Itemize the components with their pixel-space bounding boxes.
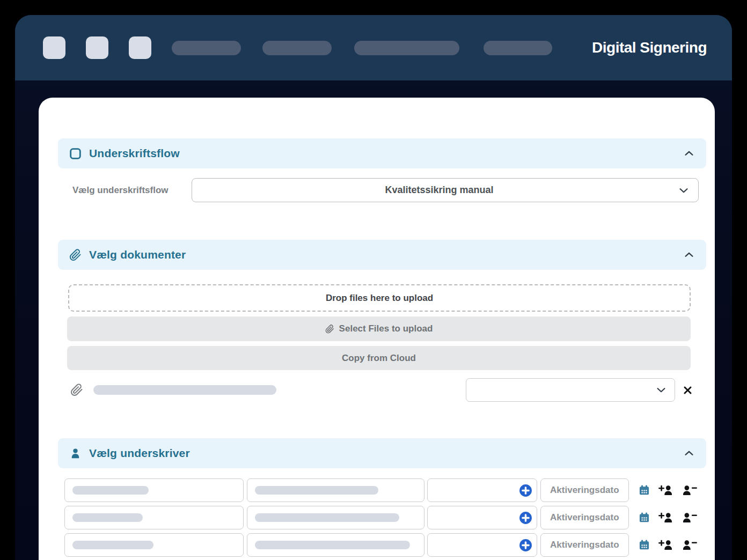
- signer-row: Aktiveringsdato: [64, 506, 698, 529]
- nav-placeholder-square: [43, 36, 65, 59]
- paperclip-icon: [69, 249, 82, 261]
- section-header-flow: Underskriftsflow: [58, 138, 706, 168]
- chevron-up-icon[interactable]: [683, 249, 695, 261]
- signer-name-input[interactable]: [64, 478, 244, 502]
- signer-row: Aktiveringsdato: [64, 478, 698, 502]
- uploaded-file-row: [70, 378, 693, 402]
- signer-role-input[interactable]: [427, 533, 537, 557]
- add-person-icon[interactable]: [658, 511, 674, 524]
- activation-date-button[interactable]: Aktiveringsdato: [540, 478, 629, 502]
- flow-dropdown[interactable]: Kvalitetssikring manual: [192, 178, 699, 202]
- select-files-button[interactable]: Select Files to upload: [67, 316, 691, 341]
- calendar-icon[interactable]: [639, 512, 650, 524]
- input-placeholder: [72, 513, 143, 522]
- browser-frame: Digital Signering Underskriftsflow Vælg …: [15, 15, 732, 560]
- select-files-label: Select Files to upload: [339, 323, 433, 334]
- section-header-documents: Vælg dokumenter: [58, 240, 706, 270]
- input-placeholder: [72, 541, 153, 549]
- nav-placeholder-pill: [262, 41, 332, 55]
- copy-from-cloud-button[interactable]: Copy from Cloud: [67, 346, 691, 370]
- paperclip-icon: [70, 384, 83, 396]
- copy-cloud-label: Copy from Cloud: [342, 353, 416, 364]
- remove-file-icon[interactable]: [683, 385, 693, 395]
- section-title-documents: Vælg dokumenter: [89, 248, 186, 261]
- calendar-icon[interactable]: [639, 539, 650, 551]
- person-icon: [69, 447, 82, 460]
- dropzone-text: Drop files here to upload: [326, 293, 433, 304]
- signer-role-input[interactable]: [427, 478, 537, 502]
- nav-placeholder-pill: [484, 41, 552, 55]
- remove-person-icon[interactable]: [682, 484, 698, 497]
- signer-role-input[interactable]: [427, 506, 537, 529]
- input-placeholder: [255, 541, 410, 549]
- nav-placeholder-square: [86, 36, 108, 59]
- section-title-flow: Underskriftsflow: [89, 147, 180, 160]
- main-card: Underskriftsflow Vælg underskriftsflow K…: [39, 98, 715, 560]
- section-title-signers: Vælg underskriver: [89, 447, 190, 460]
- add-person-icon[interactable]: [658, 484, 674, 497]
- checkbox-outline-icon: [69, 148, 82, 160]
- chevron-down-icon: [678, 185, 690, 196]
- nav-placeholder-pill: [172, 41, 241, 55]
- activation-date-button[interactable]: Aktiveringsdato: [540, 506, 629, 529]
- calendar-icon[interactable]: [639, 484, 650, 496]
- signer-email-input[interactable]: [247, 478, 425, 502]
- chevron-down-icon: [655, 384, 667, 396]
- section-header-signers: Vælg underskriver: [58, 438, 706, 468]
- app-title: Digital Signering: [592, 39, 707, 56]
- chevron-up-icon[interactable]: [683, 148, 695, 159]
- activation-date-button[interactable]: Aktiveringsdato: [540, 533, 629, 557]
- signer-row: Aktiveringsdato: [64, 533, 698, 557]
- nav-placeholder-square: [129, 36, 151, 59]
- file-dropzone[interactable]: Drop files here to upload: [68, 284, 691, 312]
- remove-person-icon[interactable]: [682, 539, 698, 551]
- signer-name-input[interactable]: [64, 506, 244, 529]
- flow-dropdown-value: Kvalitetssikring manual: [201, 185, 678, 196]
- browser-header: Digital Signering: [15, 15, 732, 80]
- paperclip-icon: [325, 325, 334, 334]
- input-placeholder: [255, 486, 378, 495]
- file-type-dropdown[interactable]: [466, 378, 675, 402]
- signer-email-input[interactable]: [247, 506, 425, 529]
- add-person-icon[interactable]: [658, 539, 674, 551]
- plus-circle-icon[interactable]: [519, 511, 532, 525]
- chevron-up-icon[interactable]: [683, 447, 695, 459]
- signer-name-input[interactable]: [64, 533, 244, 557]
- file-name-placeholder: [93, 385, 276, 395]
- plus-circle-icon[interactable]: [519, 539, 532, 552]
- input-placeholder: [72, 486, 149, 495]
- input-placeholder: [255, 513, 399, 522]
- flow-select-row: Vælg underskriftsflow Kvalitetssikring m…: [72, 178, 699, 202]
- plus-circle-icon[interactable]: [519, 484, 532, 497]
- remove-person-icon[interactable]: [682, 511, 698, 524]
- signer-email-input[interactable]: [247, 533, 425, 557]
- flow-select-label: Vælg underskriftsflow: [72, 185, 169, 196]
- nav-placeholder-pill: [354, 41, 459, 55]
